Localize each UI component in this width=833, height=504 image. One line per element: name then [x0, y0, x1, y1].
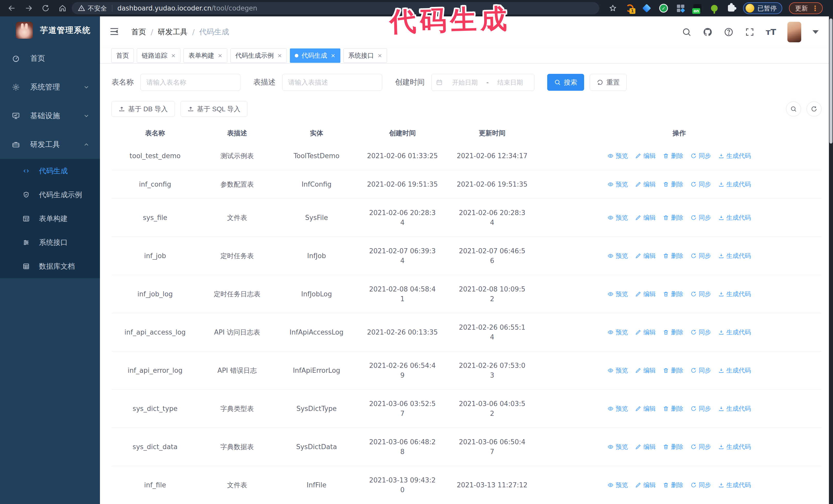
profile-paused-button[interactable]: 已暂停: [743, 2, 782, 14]
refresh-table-button[interactable]: [807, 101, 822, 116]
action-generate-code-link[interactable]: 生成代码: [718, 151, 751, 161]
action-sync-link[interactable]: 同步: [690, 404, 711, 413]
action-sync-link[interactable]: 同步: [690, 327, 711, 337]
github-icon[interactable]: [703, 27, 713, 37]
action-sync-link[interactable]: 同步: [690, 480, 711, 490]
action-generate-code-link[interactable]: 生成代码: [718, 442, 751, 452]
page-scrollbar[interactable]: [829, 17, 833, 504]
action-delete-link[interactable]: 删除: [663, 365, 683, 375]
extension-key-icon[interactable]: [709, 3, 719, 13]
action-delete-link[interactable]: 删除: [663, 480, 683, 490]
action-generate-code-link[interactable]: 生成代码: [718, 213, 751, 222]
action-generate-code-link[interactable]: 生成代码: [718, 327, 751, 337]
action-edit-link[interactable]: 编辑: [635, 327, 656, 337]
action-generate-code-link[interactable]: 生成代码: [718, 404, 751, 413]
search-icon[interactable]: [682, 27, 691, 37]
tab-close-icon[interactable]: ×: [277, 52, 282, 59]
action-sync-link[interactable]: 同步: [690, 365, 711, 375]
action-eye-link[interactable]: 预览: [608, 365, 628, 375]
date-range-picker[interactable]: 开始日期 - 结束日期: [431, 74, 534, 91]
action-delete-link[interactable]: 删除: [663, 251, 683, 261]
action-generate-code-link[interactable]: 生成代码: [718, 365, 751, 375]
action-eye-link[interactable]: 预览: [608, 404, 628, 413]
tab-1[interactable]: 首页: [111, 48, 134, 63]
action-generate-code-link[interactable]: 生成代码: [718, 251, 751, 261]
extensions-puzzle-icon[interactable]: [726, 3, 736, 13]
action-sync-link[interactable]: 同步: [690, 251, 711, 261]
sidebar-item-3[interactable]: 基础设施: [0, 101, 100, 130]
extension-orange-icon[interactable]: 1: [625, 3, 635, 13]
tab-6[interactable]: 系统接口×: [343, 48, 387, 63]
import-sql-button[interactable]: 基于 SQL 导入: [181, 101, 247, 117]
tab-close-icon[interactable]: ×: [218, 52, 222, 59]
scrollbar-thumb[interactable]: [829, 19, 832, 144]
sidebar-subitem-5[interactable]: 数据库文档: [0, 254, 100, 278]
browser-update-button[interactable]: 更新⋮: [789, 2, 823, 14]
action-edit-link[interactable]: 编辑: [635, 179, 656, 189]
tab-close-icon[interactable]: ×: [331, 52, 335, 59]
action-eye-link[interactable]: 预览: [608, 251, 628, 261]
action-edit-link[interactable]: 编辑: [635, 404, 656, 413]
address-bar[interactable]: 不安全 dashboard.yudao.iocoder.cn/tool/code…: [72, 2, 599, 14]
browser-home-icon[interactable]: [57, 3, 68, 13]
table-desc-input[interactable]: [282, 74, 382, 91]
action-delete-link[interactable]: 删除: [663, 327, 683, 337]
action-generate-code-link[interactable]: 生成代码: [718, 179, 751, 189]
extension-on-icon[interactable]: on: [692, 3, 703, 13]
action-sync-link[interactable]: 同步: [690, 179, 711, 189]
not-secure-warning[interactable]: 不安全: [78, 4, 107, 13]
action-edit-link[interactable]: 编辑: [635, 151, 656, 161]
app-logo-row[interactable]: 芋道管理系统: [0, 17, 100, 44]
toggle-search-button[interactable]: [786, 101, 801, 116]
action-delete-link[interactable]: 删除: [663, 179, 683, 189]
action-delete-link[interactable]: 删除: [663, 442, 683, 452]
sidebar-subitem-4[interactable]: 系统接口: [0, 231, 100, 254]
action-sync-link[interactable]: 同步: [690, 151, 711, 161]
action-sync-link[interactable]: 同步: [690, 442, 711, 452]
action-eye-link[interactable]: 预览: [608, 151, 628, 161]
page-url[interactable]: dashboard.yudao.iocoder.cn/tool/codegen: [117, 4, 257, 12]
user-avatar[interactable]: [787, 22, 801, 42]
tab-5[interactable]: 代码生成×: [290, 48, 340, 63]
action-eye-link[interactable]: 预览: [608, 289, 628, 299]
action-delete-link[interactable]: 删除: [663, 289, 683, 299]
action-edit-link[interactable]: 编辑: [635, 442, 656, 452]
sidebar-subitem-2[interactable]: 代码生成示例: [0, 183, 100, 207]
breadcrumb-home[interactable]: 首页: [131, 27, 146, 37]
reset-button[interactable]: 重置: [590, 74, 627, 91]
action-edit-link[interactable]: 编辑: [635, 289, 656, 299]
action-sync-link[interactable]: 同步: [690, 213, 711, 222]
action-edit-link[interactable]: 编辑: [635, 251, 656, 261]
font-size-icon[interactable]: тT: [766, 27, 776, 37]
action-sync-link[interactable]: 同步: [690, 289, 711, 299]
sidebar-toggle-icon[interactable]: [109, 26, 119, 38]
action-edit-link[interactable]: 编辑: [635, 480, 656, 490]
fullscreen-icon[interactable]: [745, 27, 755, 37]
breadcrumb-tools[interactable]: 研发工具: [158, 27, 188, 37]
bookmark-star-icon[interactable]: [608, 3, 618, 13]
action-edit-link[interactable]: 编辑: [635, 365, 656, 375]
action-eye-link[interactable]: 预览: [608, 480, 628, 490]
action-generate-code-link[interactable]: 生成代码: [718, 289, 751, 299]
action-delete-link[interactable]: 删除: [663, 213, 683, 222]
browser-menu-icon[interactable]: ⋮: [811, 4, 819, 13]
extension-check-icon[interactable]: ✓: [659, 3, 669, 13]
tab-4[interactable]: 代码生成示例×: [231, 48, 287, 63]
sidebar-item-2[interactable]: 系统管理: [0, 73, 100, 101]
user-menu-caret-icon[interactable]: [812, 30, 819, 34]
action-eye-link[interactable]: 预览: [608, 179, 628, 189]
search-button[interactable]: 搜索: [547, 74, 584, 91]
table-name-input[interactable]: [140, 74, 240, 91]
browser-reload-icon[interactable]: [41, 3, 51, 13]
action-eye-link[interactable]: 预览: [608, 327, 628, 337]
sidebar-subitem-3[interactable]: 表单构建: [0, 207, 100, 231]
import-db-button[interactable]: 基于 DB 导入: [112, 101, 175, 117]
sidebar-item-4[interactable]: 研发工具: [0, 130, 100, 159]
extension-gem-icon[interactable]: [642, 3, 652, 13]
browser-forward-icon[interactable]: [24, 3, 34, 13]
tab-3[interactable]: 表单构建×: [184, 48, 227, 63]
action-edit-link[interactable]: 编辑: [635, 213, 656, 222]
tab-close-icon[interactable]: ×: [171, 52, 175, 59]
action-eye-link[interactable]: 预览: [608, 442, 628, 452]
action-generate-code-link[interactable]: 生成代码: [718, 480, 751, 490]
